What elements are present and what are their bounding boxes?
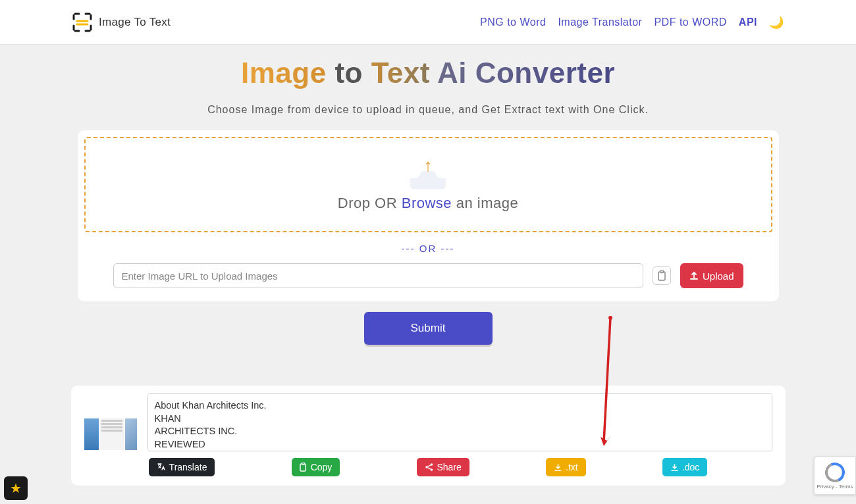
paste-button[interactable] <box>653 266 671 285</box>
submit-button[interactable]: Submit <box>364 312 493 345</box>
nav-image-translator[interactable]: Image Translator <box>558 16 642 28</box>
logo[interactable]: Image To Text <box>72 13 171 32</box>
upload-card: ↑ Drop OR Browse an image --- OR --- Upl… <box>78 130 779 301</box>
favorites-button[interactable]: ★ <box>4 476 28 500</box>
upload-arrow-icon <box>689 271 699 280</box>
page-title: Image to Text Ai Converter <box>0 57 856 89</box>
dark-mode-icon[interactable]: 🌙 <box>769 15 784 30</box>
title-word-3: Text <box>371 57 430 89</box>
download-icon <box>670 463 679 472</box>
nav-pdf-to-word[interactable]: PDF to WORD <box>654 16 726 28</box>
upload-button[interactable]: Upload <box>680 263 743 288</box>
nav: PNG to Word Image Translator PDF to WORD… <box>480 15 784 30</box>
title-word-4: Ai Converter <box>437 57 615 89</box>
clipboard-icon <box>657 270 666 281</box>
subtitle: Choose Image from device to upload in qu… <box>0 104 856 116</box>
txt-label: .txt <box>566 462 578 472</box>
result-textarea[interactable] <box>147 393 772 451</box>
translate-label: Translate <box>169 462 207 472</box>
url-input[interactable] <box>113 263 643 288</box>
translate-icon <box>157 463 166 472</box>
result-actions: Translate Copy Share .txt .doc <box>84 458 772 476</box>
copy-button[interactable]: Copy <box>292 458 340 476</box>
nav-png-to-word[interactable]: PNG to Word <box>480 16 546 28</box>
svg-point-7 <box>608 316 612 320</box>
browse-link[interactable]: Browse <box>402 195 452 211</box>
result-card: Translate Copy Share .txt .doc <box>71 386 786 486</box>
upload-icon: ↑ <box>410 158 446 189</box>
title-word-2: to <box>334 57 363 89</box>
share-icon <box>425 463 434 472</box>
recaptcha-icon <box>825 463 845 482</box>
nav-api[interactable]: API <box>739 16 757 28</box>
star-icon: ★ <box>10 480 22 496</box>
drop-text-prefix: Drop OR <box>338 195 402 211</box>
recaptcha-privacy: Privacy <box>817 484 834 490</box>
logo-icon <box>72 13 92 32</box>
doc-label: .doc <box>682 462 699 472</box>
upload-button-label: Upload <box>703 270 734 282</box>
copy-label: Copy <box>311 462 333 472</box>
result-thumbnail <box>84 418 137 450</box>
svg-rect-1 <box>660 271 663 273</box>
logo-text: Image To Text <box>99 16 171 29</box>
share-button[interactable]: Share <box>417 458 469 476</box>
download-doc-button[interactable]: .doc <box>662 458 707 476</box>
download-icon <box>554 463 562 472</box>
url-row: Upload <box>84 263 772 288</box>
recaptcha-badge[interactable]: Privacy - Terms <box>814 457 856 495</box>
translate-button[interactable]: Translate <box>149 458 215 476</box>
copy-icon <box>300 463 308 472</box>
svg-rect-3 <box>302 463 304 465</box>
drop-text-suffix: an image <box>452 195 518 211</box>
drop-text: Drop OR Browse an image <box>338 195 518 212</box>
download-txt-button[interactable]: .txt <box>546 458 586 476</box>
title-word-1: Image <box>241 57 327 89</box>
dropzone[interactable]: ↑ Drop OR Browse an image <box>84 137 772 232</box>
share-label: Share <box>437 462 462 472</box>
or-divider: --- OR --- <box>84 243 772 254</box>
header: Image To Text PNG to Word Image Translat… <box>0 0 856 45</box>
recaptcha-terms: Terms <box>839 484 853 490</box>
